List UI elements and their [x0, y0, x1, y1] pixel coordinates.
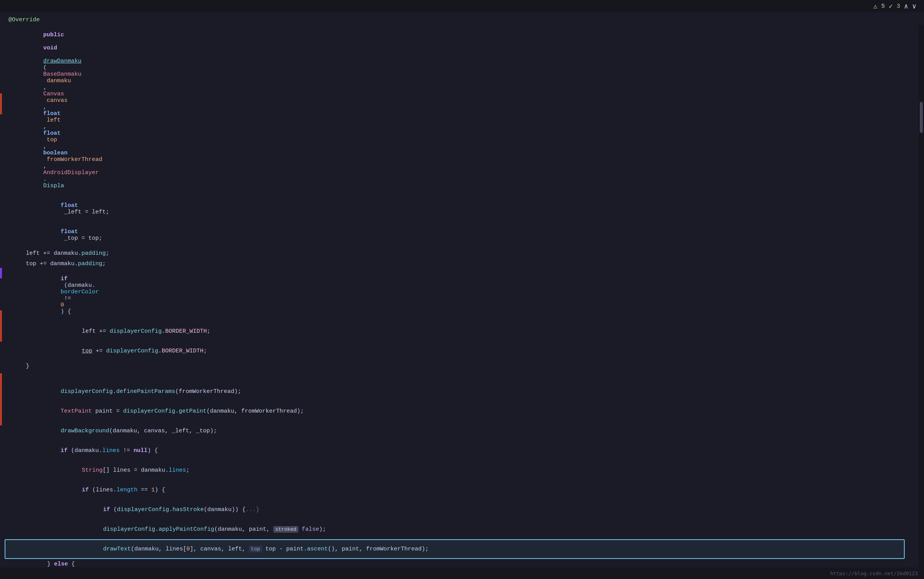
line-string-lines: String[] lines = danmaku.lines; [5, 460, 911, 480]
check-icon: ✓ [888, 2, 893, 10]
line-float-top: float _top = top; [5, 222, 911, 248]
line-empty-1 [5, 371, 911, 382]
arrow-up-icon[interactable]: ∧ [904, 2, 908, 10]
bottom-url: https://blog.csdn.net/Zed0123 [830, 571, 918, 576]
line-left-padding: left += danmaku.padding; [5, 248, 911, 259]
line-hasstroke: if (displayerConfig.hasStroke(danmaku)) … [5, 500, 911, 520]
line-left-border-width: left += displayerConfig.BORDER_WIDTH; [5, 322, 911, 341]
line-drawbackground: drawBackground(danmaku, canvas, _left, _… [5, 421, 911, 441]
gutter-purple-1 [0, 268, 2, 278]
bottom-bar: https://blog.csdn.net/Zed0123 [0, 567, 924, 579]
gutter-red-1 [0, 93, 2, 114]
scrollbar[interactable] [919, 25, 924, 579]
warning-count: 5 [881, 3, 885, 10]
code-area: @Override public void drawDanmaku ( Base… [0, 12, 924, 579]
warning-icon: ⚠ [873, 2, 878, 10]
arrow-down-icon[interactable]: ∨ [912, 2, 916, 10]
scrollbar-thumb[interactable] [920, 102, 923, 133]
code-editor: ⚠ 5 ✓ 3 ∧ ∨ @Override [0, 0, 924, 579]
check-count: 3 [897, 3, 900, 10]
line-top-border-width: top += displayerConfig.BORDER_WIDTH; [5, 341, 911, 361]
line-if-bordercolor: if (danmaku. borderColor != 0 ) { [5, 269, 911, 322]
badge-stroked: stroked [273, 526, 298, 533]
line-override: @Override [5, 15, 911, 25]
line-close-brace-1: } [5, 361, 911, 371]
line-drawtext: drawText(danmaku, lines[0], canvas, left… [5, 539, 911, 559]
top-bar: ⚠ 5 ✓ 3 ∧ ∨ [0, 0, 924, 12]
line-textpaint: TextPaint paint = displayerConfig.getPai… [5, 401, 911, 421]
line-define-paint: displayerConfig.definePaintParams(fromWo… [5, 382, 911, 401]
gutter-red-3 [0, 373, 2, 425]
code-lines: @Override public void drawDanmaku ( Base… [0, 12, 919, 579]
line-if-length: if (lines.length == 1) { [5, 480, 911, 500]
line-method-sig: public void drawDanmaku ( BaseDanmaku da… [5, 25, 911, 196]
badge-top: top [249, 546, 262, 552]
line-float-left: float _left = left; [5, 196, 911, 222]
line-if-lines: if (danmaku.lines != null) { [5, 441, 911, 460]
line-applypaintconfig: displayerConfig.applyPaintConfig(danmaku… [5, 520, 911, 539]
line-top-padding: top += danmaku.padding; [5, 259, 911, 269]
annotation: @Override [5, 17, 40, 23]
gutter-red-2 [0, 310, 2, 342]
